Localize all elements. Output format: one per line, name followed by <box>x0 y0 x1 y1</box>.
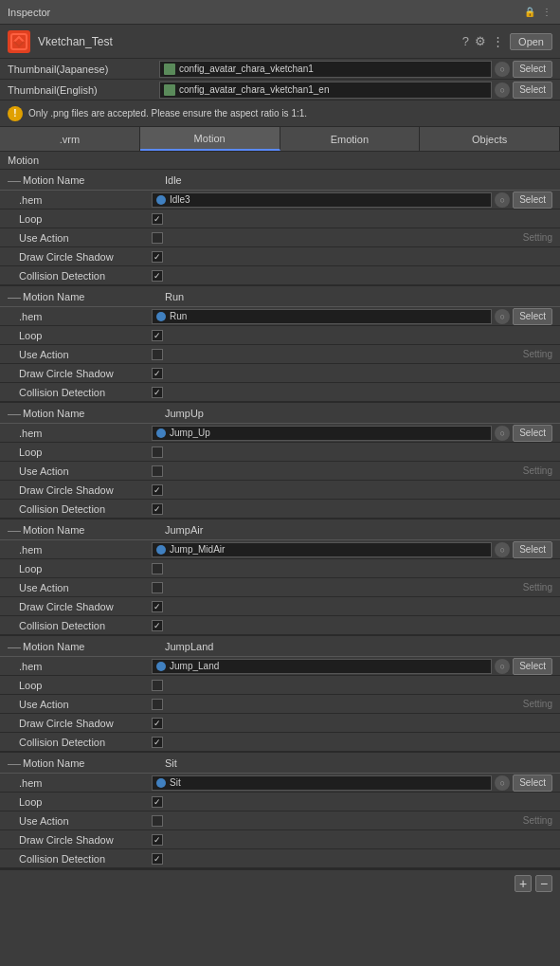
loop-checkbox-2[interactable] <box>152 447 163 458</box>
setting-button-2[interactable]: Setting <box>523 465 552 476</box>
hem-circle-1[interactable]: ○ <box>495 309 510 324</box>
help-icon[interactable]: ? <box>462 34 469 48</box>
collision-checkbox-5[interactable] <box>152 853 163 865</box>
tab-objects[interactable]: Objects <box>420 127 560 151</box>
shadow-row-3: Draw Circle Shadow <box>0 597 560 616</box>
collision-row-5: Collision Detection <box>0 849 560 868</box>
loop-checkbox-5[interactable] <box>152 796 163 808</box>
hem-field-0[interactable]: Idle3 <box>152 192 492 208</box>
tab-motion[interactable]: Motion <box>140 127 280 151</box>
collision-checkbox-2[interactable] <box>152 503 163 515</box>
shadow-label-4: Draw Circle Shadow <box>19 718 152 729</box>
hem-row-4: .hem Jump_Land ○ Select <box>0 657 560 676</box>
file-icon-0 <box>164 64 175 75</box>
collision-label-3: Collision Detection <box>19 620 152 631</box>
shadow-value-1 <box>152 368 552 379</box>
loop-value-1 <box>152 330 552 341</box>
motion-block-4: — Motion Name JumpLand .hem Jump_Land ○ … <box>0 636 560 753</box>
file-icon-1 <box>164 84 175 96</box>
use-action-value-1: Setting <box>152 349 552 360</box>
thumbnail-label-1: Thumbnail(English) <box>8 84 159 96</box>
use-action-checkbox-3[interactable] <box>152 582 163 593</box>
motion-block-1: — Motion Name Run .hem Run ○ Select Loop… <box>0 286 560 403</box>
hem-field-4[interactable]: Jump_Land <box>152 659 492 674</box>
hem-row-0: .hem Idle3 ○ Select <box>0 191 560 210</box>
hem-label-3: .hem <box>19 544 152 556</box>
hem-select-2[interactable]: Select <box>513 425 552 442</box>
hem-field-1[interactable]: Run <box>152 309 492 324</box>
more-icon2[interactable]: ⋮ <box>492 34 504 48</box>
collision-checkbox-0[interactable] <box>152 270 163 282</box>
hem-circle-3[interactable]: ○ <box>495 542 510 557</box>
tab-vrm[interactable]: .vrm <box>0 127 140 151</box>
use-action-label-0: Use Action <box>19 232 152 244</box>
collision-checkbox-1[interactable] <box>152 387 163 398</box>
hem-select-4[interactable]: Select <box>513 658 552 675</box>
motion-block-5: — Motion Name Sit .hem Sit ○ Select Loop… <box>0 753 560 869</box>
use-action-value-4: Setting <box>152 699 552 710</box>
circle-btn-0[interactable]: ○ <box>495 62 510 77</box>
use-action-label-3: Use Action <box>19 582 152 593</box>
setting-button-1[interactable]: Setting <box>523 349 552 359</box>
hem-field-3[interactable]: Jump_MidAir <box>152 542 492 557</box>
use-action-checkbox-1[interactable] <box>152 349 163 360</box>
use-action-checkbox-4[interactable] <box>152 699 163 710</box>
shadow-checkbox-2[interactable] <box>152 484 163 496</box>
more-icon[interactable]: ⋮ <box>541 7 552 18</box>
shadow-checkbox-4[interactable] <box>152 718 163 729</box>
hem-select-5[interactable]: Select <box>513 775 552 792</box>
use-action-checkbox-5[interactable] <box>152 815 163 827</box>
use-action-checkbox-0[interactable] <box>152 232 163 244</box>
shadow-checkbox-3[interactable] <box>152 601 163 612</box>
remove-button[interactable]: − <box>535 875 552 892</box>
motion-dash-0: — <box>8 173 19 188</box>
collision-label-5: Collision Detection <box>19 853 152 865</box>
setting-button-3[interactable]: Setting <box>523 582 552 592</box>
motion-name-label-5: Motion Name <box>23 757 165 769</box>
motion-name-row-0: — Motion Name Idle <box>0 170 560 191</box>
shadow-row-4: Draw Circle Shadow <box>0 714 560 733</box>
hem-row-1: .hem Run ○ Select <box>0 307 560 326</box>
shadow-checkbox-1[interactable] <box>152 368 163 379</box>
collision-label-2: Collision Detection <box>19 503 152 515</box>
tab-emotion[interactable]: Emotion <box>280 127 421 151</box>
open-button[interactable]: Open <box>510 33 552 50</box>
select-button-1[interactable]: Select <box>513 82 552 99</box>
app-header: Vketchan_Test ? ⚙ ⋮ Open <box>0 25 560 59</box>
setting-button-4[interactable]: Setting <box>523 699 552 709</box>
warning-icon: ! <box>8 106 23 121</box>
shadow-checkbox-0[interactable] <box>152 251 163 263</box>
add-button[interactable]: + <box>515 875 532 892</box>
shadow-checkbox-5[interactable] <box>152 834 163 846</box>
lock-icon[interactable]: 🔒 <box>524 7 535 18</box>
hem-circle-0[interactable]: ○ <box>495 192 510 208</box>
use-action-checkbox-2[interactable] <box>152 465 163 477</box>
hem-select-3[interactable]: Select <box>513 541 552 558</box>
loop-checkbox-3[interactable] <box>152 563 163 574</box>
shadow-value-5 <box>152 834 552 846</box>
loop-checkbox-1[interactable] <box>152 330 163 341</box>
gear-icon[interactable]: ⚙ <box>475 34 486 48</box>
thumbnail-value-0: config_avatar_chara_vketchan1 <box>159 61 492 78</box>
hem-select-1[interactable]: Select <box>513 308 552 325</box>
hem-field-2[interactable]: Jump_Up <box>152 426 492 441</box>
hem-circle-5[interactable]: ○ <box>495 775 510 791</box>
collision-checkbox-3[interactable] <box>152 620 163 631</box>
select-button-0[interactable]: Select <box>513 61 552 78</box>
setting-button-0[interactable]: Setting <box>523 232 552 243</box>
bottom-bar: + − <box>0 869 560 896</box>
use-action-label-5: Use Action <box>19 815 152 827</box>
loop-value-2 <box>152 447 552 458</box>
loop-checkbox-4[interactable] <box>152 680 163 691</box>
hem-circle-2[interactable]: ○ <box>495 426 510 441</box>
hem-icon-0 <box>156 195 166 205</box>
hem-label-0: .hem <box>19 194 152 206</box>
collision-checkbox-4[interactable] <box>152 737 163 748</box>
hem-value-2: Jump_Up ○ Select <box>152 425 552 442</box>
hem-select-0[interactable]: Select <box>513 191 552 209</box>
circle-btn-1[interactable]: ○ <box>495 82 510 98</box>
hem-field-5[interactable]: Sit <box>152 775 492 791</box>
setting-button-5[interactable]: Setting <box>523 815 552 826</box>
loop-checkbox-0[interactable] <box>152 213 163 225</box>
hem-circle-4[interactable]: ○ <box>495 659 510 674</box>
